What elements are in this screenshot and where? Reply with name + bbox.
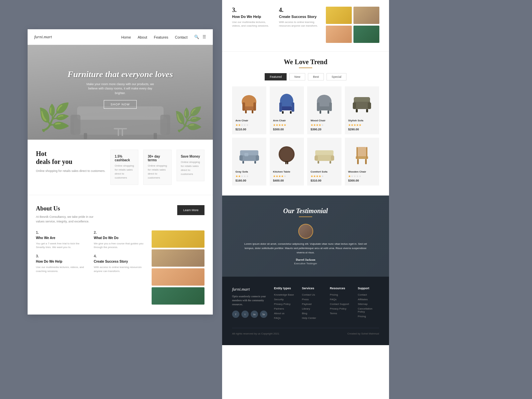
product-name-2: Arm Chair: [273, 119, 301, 122]
deal-card-title-1: 1.5% cashback: [115, 155, 134, 162]
about-item-4-number: 4.: [94, 254, 147, 258]
footer-link-contact-support[interactable]: Contact Support: [330, 303, 351, 306]
footer-link-sitemap[interactable]: Sitemap: [358, 303, 379, 306]
footer-link-faqs-r[interactable]: FAQs: [330, 298, 351, 301]
product-card-3[interactable]: Wood Chair ★★★★★ $390.20: [307, 86, 341, 134]
product-card-5[interactable]: Gray Sofa ★★★★★ $160.00: [232, 138, 266, 186]
sofa3-svg: [314, 144, 335, 165]
products-grid-row1: Arm Chair ★★★★★ $210.00 Arm Chair: [232, 86, 379, 134]
social-linkedin[interactable]: ln: [260, 311, 267, 318]
svg-rect-2: [70, 115, 80, 135]
product-image-1: [235, 90, 263, 116]
product-name-1: Arm Chair: [235, 119, 263, 122]
about-item-3-subtitle: How Do We Help: [36, 260, 89, 263]
product-image-5: [235, 141, 263, 168]
footer-link-library[interactable]: Library: [302, 307, 323, 310]
about-item-2-desc: We give you a free course that guides yo…: [94, 242, 147, 249]
footer-link-help[interactable]: Help Center: [302, 317, 323, 320]
footer-social: f t in ln: [232, 311, 267, 318]
footer-link-cancellation[interactable]: Cancellation Policy: [358, 307, 379, 313]
product-image-3: [311, 90, 338, 116]
product-card-4[interactable]: Stylish Sofa ★★★★★ $290.00: [345, 86, 379, 134]
svg-rect-16: [281, 106, 293, 110]
product-stars-2: ★★★★★: [273, 123, 301, 127]
nav-home[interactable]: Home: [121, 35, 131, 39]
social-instagram[interactable]: in: [251, 311, 258, 318]
svg-rect-14: [252, 110, 253, 113]
product-card-2[interactable]: Arm Chair ★★★★★ $300.00: [270, 86, 304, 134]
tab-new[interactable]: New: [289, 73, 305, 80]
svg-rect-24: [329, 102, 332, 111]
about-header: About Us At Besnik Consultancy, we take …: [36, 205, 204, 224]
step-3-subtitle: How Do We Help: [232, 15, 274, 19]
product-price-3: $390.20: [311, 128, 338, 131]
footer-link-pricing-r[interactable]: Pricing: [330, 293, 351, 296]
svg-rect-26: [328, 110, 329, 114]
nav-contact[interactable]: Contact: [175, 35, 188, 39]
brand-logo[interactable]: furni.mart: [34, 34, 52, 40]
footer-link-contact-s[interactable]: Contact: [358, 293, 379, 296]
social-facebook[interactable]: f: [232, 311, 239, 318]
menu-icon[interactable]: ☰: [202, 35, 206, 40]
testimonial-role: Executive Testinger: [232, 262, 379, 265]
footer-bottom: All rights reserved by us Copyright 2021…: [232, 328, 379, 335]
social-twitter[interactable]: t: [241, 311, 249, 318]
svg-rect-23: [317, 102, 320, 111]
svg-rect-38: [254, 161, 256, 164]
hero-content: Furniture that everyone loves Make your …: [67, 69, 173, 109]
svg-rect-45: [315, 156, 318, 161]
footer-link-press[interactable]: Press: [302, 298, 323, 301]
product-card-6[interactable]: Kitchen Table ★★★★★ $400.00: [270, 138, 304, 186]
footer-link-partners[interactable]: Partners: [274, 307, 295, 310]
footer-col-services: Services Contact Us Press Payload Librar…: [302, 287, 323, 321]
footer-link-terms[interactable]: Terms: [330, 312, 351, 315]
svg-rect-36: [240, 150, 258, 155]
tab-best[interactable]: Best: [308, 73, 324, 80]
about-items-col1: 1. Who We Are You get a 7-week free tria…: [36, 230, 89, 305]
svg-rect-34: [239, 155, 243, 161]
footer-link-pricing-s[interactable]: Pricing: [358, 315, 379, 318]
shop-now-button[interactable]: SHOP NOW: [104, 100, 137, 109]
product-card-8[interactable]: Wooden Chair ★★★★★ $300.00: [345, 138, 379, 186]
nav-features[interactable]: Features: [154, 35, 168, 39]
product-price-4: $290.00: [348, 128, 376, 131]
step-3-number: 3.: [232, 7, 274, 14]
product-card-1[interactable]: Arm Chair ★★★★★ $210.00: [232, 86, 266, 134]
footer-link-about[interactable]: About us: [274, 312, 295, 315]
right-panel: 3. How Do We Help Use our multimedia lec…: [222, 0, 389, 399]
about-image-4: [152, 287, 204, 305]
testimonial-section: Our Testimonial Lorem ipsum dolor sit am…: [222, 196, 389, 277]
footer-link-knowledge[interactable]: Knowledge Base: [274, 293, 295, 296]
tab-featured[interactable]: Featured: [265, 73, 287, 80]
footer-link-blog[interactable]: Blog: [302, 312, 323, 315]
trend-underline: [299, 67, 312, 68]
footer-link-faqs[interactable]: FAQs: [274, 317, 295, 320]
svg-rect-17: [279, 102, 282, 112]
testimonial-name: Darrel Jackson: [232, 258, 379, 261]
footer-link-security[interactable]: Security: [274, 298, 295, 301]
testimonial-avatar: [298, 224, 313, 239]
left-panel: furni.mart Home About Features Contact 🔍…: [28, 29, 213, 315]
tab-special[interactable]: Special: [327, 73, 346, 80]
sofa2-svg: [238, 144, 260, 165]
footer-link-affiliates[interactable]: Affiliates: [358, 298, 379, 301]
svg-rect-25: [320, 110, 321, 114]
nav-about[interactable]: About: [138, 35, 147, 39]
search-icon[interactable]: 🔍: [194, 35, 199, 40]
footer-link-contact-us[interactable]: Contact Us: [302, 293, 323, 296]
footer-link-privacy-r[interactable]: Privacy Policy: [330, 307, 351, 310]
nav-links: Home About Features Contact: [121, 34, 188, 40]
footer-section: furni.mart Optio seamlessly connects you…: [222, 277, 389, 345]
footer-link-payload[interactable]: Payload: [302, 303, 323, 306]
hero-title: Furniture that everyone loves: [67, 69, 173, 79]
hero-subtitle: Make your room more classy with our prod…: [84, 82, 157, 96]
svg-rect-50: [358, 147, 366, 157]
product-card-7[interactable]: Comfort Sofa ★★★★★ $310.00: [307, 138, 341, 186]
footer-link-privacy[interactable]: Privacy Policy: [274, 303, 295, 306]
footer-col-entity-list: Knowledge Base Security Privacy Policy P…: [274, 293, 295, 320]
footer-col-services-list: Contact Us Press Payload Library Blog He…: [302, 293, 323, 320]
deal-card-terms: 30+ day terms Online shopping for retail…: [143, 150, 171, 185]
svg-rect-46: [331, 156, 334, 161]
about-item-1: 1. Who We Are You get a 7-week free tria…: [36, 230, 89, 249]
learn-more-button[interactable]: Learn More: [177, 205, 204, 215]
